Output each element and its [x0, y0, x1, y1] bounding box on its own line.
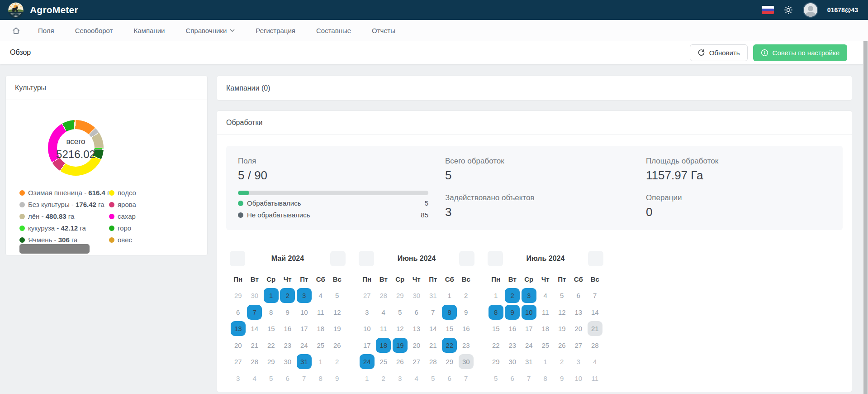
- calendar-day[interactable]: 11: [375, 321, 392, 337]
- refresh-button[interactable]: Обновить: [690, 44, 748, 61]
- calendar-day[interactable]: 30: [408, 288, 425, 304]
- calendar-day[interactable]: 2: [504, 288, 521, 304]
- legend-item[interactable]: овес: [109, 236, 207, 244]
- calendar-day[interactable]: 11: [313, 304, 329, 321]
- calendar-day[interactable]: 1: [359, 370, 375, 387]
- nav-item-4[interactable]: Регистрация: [245, 27, 306, 34]
- nav-item-1[interactable]: Севооборот: [65, 27, 123, 34]
- calendar-day[interactable]: 10: [570, 370, 587, 387]
- vertical-scrollbar[interactable]: [863, 41, 868, 394]
- calendar-day[interactable]: 7: [247, 304, 263, 321]
- calendar-prev-button[interactable]: [488, 251, 503, 266]
- calendar-day[interactable]: 1: [263, 288, 280, 304]
- calendar-day[interactable]: 4: [408, 370, 425, 387]
- calendar-day[interactable]: 31: [296, 354, 313, 370]
- legend-item[interactable]: ярова: [109, 201, 207, 208]
- legend-item[interactable]: Без культуры - 176.42 га: [19, 201, 109, 208]
- calendar-day[interactable]: 23: [504, 337, 521, 354]
- calendar-day[interactable]: 6: [504, 370, 521, 387]
- calendar-day[interactable]: 28: [425, 354, 441, 370]
- calendar-day[interactable]: 6: [441, 370, 458, 387]
- calendar-day[interactable]: 24: [521, 337, 537, 354]
- calendar-day[interactable]: 2: [375, 370, 392, 387]
- gear-icon[interactable]: [783, 5, 794, 15]
- calendar-day[interactable]: 13: [408, 321, 425, 337]
- calendar-day[interactable]: 26: [392, 354, 408, 370]
- calendar-day[interactable]: 4: [375, 304, 392, 321]
- calendar-day[interactable]: 19: [554, 321, 570, 337]
- legend-item[interactable]: кукуруза - 42.12 га: [19, 224, 109, 232]
- calendar-day[interactable]: 29: [230, 288, 247, 304]
- legend-item[interactable]: горо: [109, 224, 207, 232]
- calendar-day[interactable]: 12: [392, 321, 408, 337]
- calendar-day[interactable]: 12: [329, 304, 346, 321]
- calendar-day[interactable]: 8: [537, 370, 554, 387]
- calendar-day[interactable]: 29: [263, 354, 280, 370]
- calendar-day[interactable]: 10: [359, 321, 375, 337]
- calendar-day[interactable]: 6: [570, 288, 587, 304]
- calendar-day[interactable]: 9: [458, 304, 474, 321]
- calendar-day[interactable]: 30: [504, 354, 521, 370]
- calendar-day[interactable]: 27: [359, 288, 375, 304]
- legend-item[interactable]: сахар: [109, 212, 207, 220]
- calendar-day[interactable]: 17: [359, 337, 375, 354]
- calendar-day[interactable]: 1: [537, 354, 554, 370]
- calendar-day[interactable]: 4: [313, 288, 329, 304]
- calendar-day[interactable]: 1: [488, 288, 504, 304]
- calendar-day[interactable]: 26: [329, 337, 346, 354]
- calendar-day[interactable]: 6: [408, 304, 425, 321]
- calendar-day[interactable]: 14: [247, 321, 263, 337]
- calendar-day[interactable]: 26: [554, 337, 570, 354]
- calendar-day[interactable]: 3: [570, 354, 587, 370]
- calendar-day[interactable]: 1: [441, 288, 458, 304]
- calendar-day[interactable]: 21: [425, 337, 441, 354]
- calendar-day[interactable]: 2: [458, 288, 474, 304]
- calendar-day[interactable]: 9: [504, 304, 521, 321]
- user-avatar[interactable]: [803, 2, 818, 18]
- calendar-day[interactable]: 30: [458, 354, 474, 370]
- legend-item[interactable]: подсо: [109, 189, 207, 197]
- nav-item-0[interactable]: Поля: [28, 27, 65, 34]
- calendar-day[interactable]: 8: [488, 304, 504, 321]
- calendar-day[interactable]: 21: [247, 337, 263, 354]
- calendar-day[interactable]: 9: [280, 304, 296, 321]
- calendar-day[interactable]: 28: [247, 354, 263, 370]
- calendar-day[interactable]: 25: [313, 337, 329, 354]
- calendar-day[interactable]: 5: [329, 288, 346, 304]
- calendar-day[interactable]: 7: [587, 288, 603, 304]
- calendar-day[interactable]: 11: [587, 370, 603, 387]
- calendar-day[interactable]: 8: [441, 304, 458, 321]
- calendar-day[interactable]: 9: [554, 370, 570, 387]
- calendar-day[interactable]: 15: [488, 321, 504, 337]
- nav-item-5[interactable]: Составные: [306, 27, 361, 34]
- calendar-day[interactable]: 2: [329, 354, 346, 370]
- calendar-day[interactable]: 24: [296, 337, 313, 354]
- calendar-day[interactable]: 3: [521, 288, 537, 304]
- nav-item-6[interactable]: Отчеты: [361, 27, 406, 34]
- calendar-day[interactable]: 18: [537, 321, 554, 337]
- nav-item-2[interactable]: Кампании: [123, 27, 175, 34]
- nav-item-3[interactable]: Справочники: [175, 27, 245, 34]
- calendar-day[interactable]: 20: [230, 337, 247, 354]
- calendar-day[interactable]: 3: [296, 288, 313, 304]
- calendar-day[interactable]: 22: [488, 337, 504, 354]
- calendar-day[interactable]: 3: [230, 370, 247, 387]
- calendar-day[interactable]: 6: [280, 370, 296, 387]
- calendar-day[interactable]: 11: [537, 304, 554, 321]
- calendar-day[interactable]: 15: [441, 321, 458, 337]
- calendar-day[interactable]: 31: [521, 354, 537, 370]
- calendar-day[interactable]: 5: [488, 370, 504, 387]
- calendar-day[interactable]: 16: [504, 321, 521, 337]
- calendar-day[interactable]: 4: [247, 370, 263, 387]
- calendar-day[interactable]: 27: [408, 354, 425, 370]
- calendar-day[interactable]: 14: [587, 304, 603, 321]
- calendar-prev-button[interactable]: [359, 251, 374, 266]
- setup-tips-button[interactable]: Советы по настройке: [753, 44, 847, 61]
- calendar-day[interactable]: 29: [392, 288, 408, 304]
- calendar-day[interactable]: 25: [537, 337, 554, 354]
- calendar-day[interactable]: 24: [359, 354, 375, 370]
- calendar-day[interactable]: 29: [488, 354, 504, 370]
- legend-item[interactable]: Озимая пшеница - 616.4 га: [19, 189, 109, 197]
- calendar-day[interactable]: 20: [408, 337, 425, 354]
- calendar-day[interactable]: 3: [392, 370, 408, 387]
